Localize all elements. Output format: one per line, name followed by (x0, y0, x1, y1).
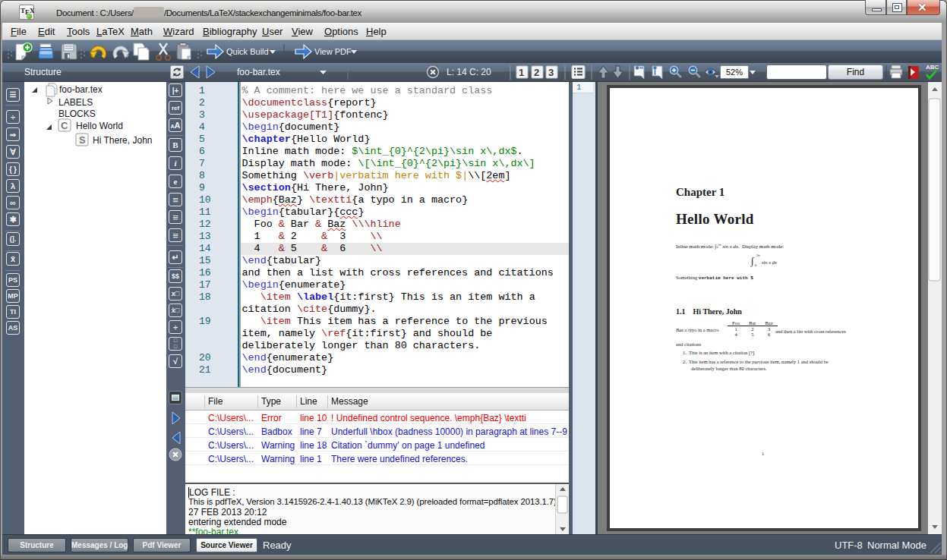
svg-text:S: S (79, 134, 86, 146)
svg-text:C: C (61, 120, 68, 131)
